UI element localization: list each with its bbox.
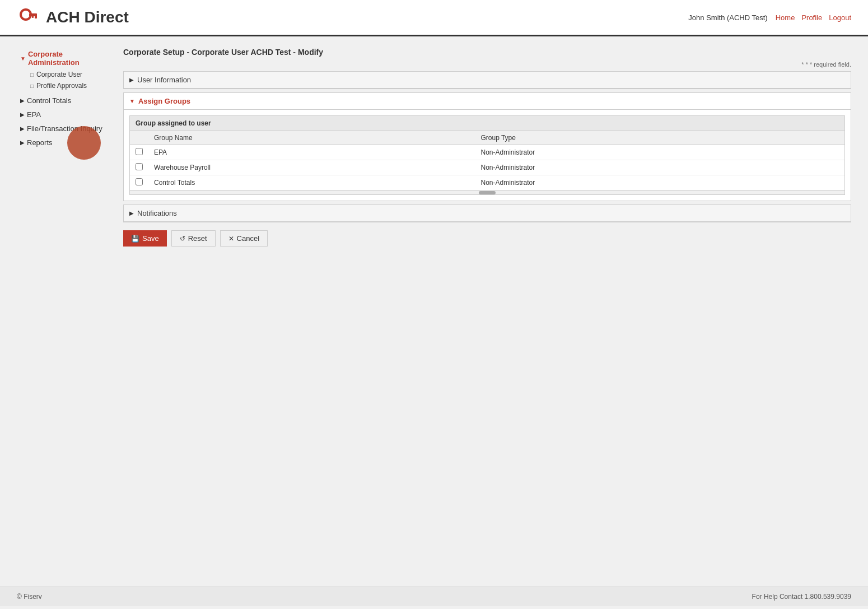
save-button[interactable]: 💾 Save: [123, 230, 167, 247]
logo-area: ACH Direct: [17, 4, 129, 31]
corporate-user-label: Corporate User: [36, 71, 82, 78]
file-transaction-label: File/Transaction Inquiry: [27, 124, 102, 133]
col-group-name: Group Name: [148, 131, 475, 145]
sidebar-item-file-transaction[interactable]: ▶ File/Transaction Inquiry: [17, 122, 115, 136]
corporate-admin-arrow-icon: ▼: [20, 55, 26, 62]
cancel-label: Cancel: [237, 234, 259, 243]
epa-arrow-icon: ▶: [20, 111, 25, 118]
notifications-arrow-icon: ▶: [129, 210, 134, 216]
cancel-icon: ✕: [228, 235, 234, 243]
scroll-thumb: [479, 191, 496, 194]
sidebar-wrapper: ▼ Corporate Administration Corporate Use…: [17, 48, 115, 575]
reset-button[interactable]: ↺ Reset: [171, 230, 216, 247]
row-checkbox-1[interactable]: [136, 163, 143, 170]
save-icon: 💾: [131, 235, 139, 243]
groups-table-label: Group assigned to user: [130, 116, 844, 131]
sidebar-item-profile-approvals[interactable]: Profile Approvals: [27, 80, 115, 91]
row-extra: [791, 160, 845, 175]
assign-groups-header[interactable]: ▼ Assign Groups: [124, 93, 851, 110]
sidebar-section-corporate-admin: ▼ Corporate Administration Corporate Use…: [17, 48, 115, 91]
row-group-name: EPA: [148, 145, 475, 160]
reports-label: Reports: [27, 138, 53, 147]
required-note: * * * required field.: [123, 61, 851, 68]
row-group-name: Warehouse Payroll: [148, 160, 475, 175]
user-information-panel: ▶ User Information: [123, 71, 851, 89]
header-user: John Smith (ACHD Test): [688, 13, 767, 22]
profile-link[interactable]: Profile: [801, 13, 822, 22]
control-totals-arrow-icon: ▶: [20, 97, 25, 104]
header-nav: John Smith (ACHD Test) Home Profile Logo…: [688, 13, 851, 22]
row-group-type: Non-Administrator: [475, 145, 790, 160]
table-row: Control Totals Non-Administrator: [130, 175, 844, 190]
page-title: Corporate Setup - Corporate User ACHD Te…: [123, 48, 851, 57]
row-checkbox-cell: [130, 145, 148, 160]
header: ACH Direct John Smith (ACHD Test) Home P…: [0, 0, 868, 36]
control-totals-label: Control Totals: [27, 96, 71, 105]
col-group-type: Group Type: [475, 131, 790, 145]
footer-copyright: © Fiserv: [17, 593, 42, 601]
sidebar-item-corporate-user[interactable]: Corporate User: [27, 69, 115, 80]
groups-table-body: EPA Non-Administrator Warehouse Payroll …: [130, 145, 844, 190]
save-label: Save: [142, 234, 159, 243]
reset-icon: ↺: [180, 235, 185, 243]
logo-key-icon: [17, 4, 41, 31]
groups-table-container: Group assigned to user Group Name Group …: [129, 115, 845, 195]
reports-arrow-icon: ▶: [20, 140, 25, 146]
row-checkbox-0[interactable]: [136, 148, 143, 155]
row-checkbox-cell: [130, 160, 148, 175]
groups-table: Group Name Group Type EPA Non-Administra…: [130, 131, 844, 190]
logout-link[interactable]: Logout: [829, 13, 851, 22]
assign-groups-label: Assign Groups: [138, 97, 190, 105]
table-row: Warehouse Payroll Non-Administrator: [130, 160, 844, 175]
assign-groups-body: Group assigned to user Group Name Group …: [124, 110, 851, 201]
corporate-admin-label: Corporate Administration: [28, 50, 111, 67]
row-checkbox-2[interactable]: [136, 178, 143, 185]
row-extra: [791, 145, 845, 160]
user-information-arrow-icon: ▶: [129, 77, 134, 83]
sidebar: ▼ Corporate Administration Corporate Use…: [17, 48, 115, 150]
assign-groups-arrow-icon: ▼: [129, 98, 135, 104]
col-extra: [791, 131, 845, 145]
row-extra: [791, 175, 845, 190]
row-group-type: Non-Administrator: [475, 175, 790, 190]
col-checkbox: [130, 131, 148, 145]
app-title: ACH Direct: [46, 8, 129, 26]
svg-rect-3: [32, 16, 34, 18]
svg-rect-2: [35, 16, 37, 18]
sidebar-corporate-admin-children: Corporate User Profile Approvals: [17, 69, 115, 91]
user-information-header[interactable]: ▶ User Information: [124, 72, 851, 89]
file-transaction-arrow-icon: ▶: [20, 125, 25, 132]
footer: © Fiserv For Help Contact 1.800.539.9039: [0, 587, 868, 606]
row-group-type: Non-Administrator: [475, 160, 790, 175]
notifications-panel: ▶ Notifications: [123, 204, 851, 222]
cancel-button[interactable]: ✕ Cancel: [220, 230, 268, 247]
groups-table-header-row: Group Name Group Type: [130, 131, 844, 145]
footer-help: For Help Contact 1.800.539.9039: [752, 593, 851, 601]
notifications-header[interactable]: ▶ Notifications: [124, 205, 851, 222]
content-area: Corporate Setup - Corporate User ACHD Te…: [123, 48, 851, 575]
sidebar-item-epa[interactable]: ▶ EPA: [17, 108, 115, 122]
home-link[interactable]: Home: [776, 13, 795, 22]
table-row: EPA Non-Administrator: [130, 145, 844, 160]
profile-approvals-label: Profile Approvals: [36, 82, 87, 90]
action-buttons: 💾 Save ↺ Reset ✕ Cancel: [123, 230, 851, 247]
assign-groups-panel: ▼ Assign Groups Group assigned to user G…: [123, 92, 851, 201]
user-information-label: User Information: [137, 76, 191, 84]
epa-label: EPA: [27, 110, 41, 119]
main-layout: ▼ Corporate Administration Corporate Use…: [0, 36, 868, 587]
sidebar-corporate-admin-header[interactable]: ▼ Corporate Administration: [17, 48, 115, 69]
scroll-area: [130, 190, 844, 194]
notifications-label: Notifications: [137, 209, 177, 217]
row-checkbox-cell: [130, 175, 148, 190]
sidebar-item-control-totals[interactable]: ▶ Control Totals: [17, 94, 115, 108]
row-group-name: Control Totals: [148, 175, 475, 190]
reset-label: Reset: [188, 234, 207, 243]
sidebar-item-reports[interactable]: ▶ Reports: [17, 136, 115, 150]
